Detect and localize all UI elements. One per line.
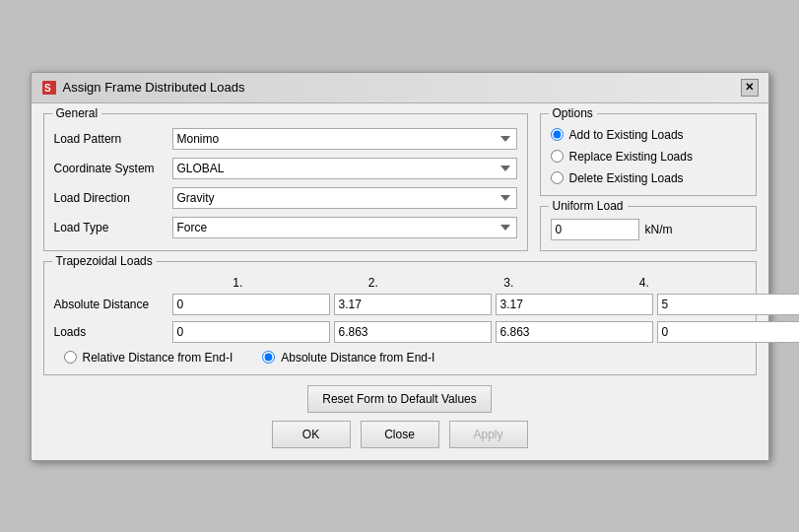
abs-distance-row: Absolute Distance m — [54, 294, 746, 315]
replace-loads-label: Replace Existing Loads — [569, 150, 693, 164]
apply-button[interactable]: Apply — [449, 421, 528, 448]
trap-col-4-header: 4. — [578, 276, 710, 290]
general-group-label: General — [52, 106, 102, 120]
load-type-row: Load Type Force — [54, 217, 517, 238]
top-row: General Load Pattern Monimo Coordinate S… — [43, 113, 757, 251]
bottom-button-row: OK Close Apply — [43, 421, 757, 448]
trap-header-row: 1. 2. 3. 4. — [54, 276, 746, 290]
add-loads-option[interactable]: Add to Existing Loads — [551, 128, 746, 142]
load-type-label: Load Type — [54, 221, 172, 234]
trap-col-2-header: 2. — [307, 276, 439, 290]
trap-grid: 1. 2. 3. 4. Absolute Distance — [54, 276, 746, 365]
options-group: Options Add to Existing Loads Replace Ex… — [540, 113, 757, 196]
absolute-distance-option[interactable]: Absolute Distance from End-I — [262, 351, 434, 365]
distance-mode-row: Relative Distance from End-I Absolute Di… — [54, 351, 746, 365]
add-loads-label: Add to Existing Loads — [569, 128, 684, 142]
loads-row: Loads kN/m — [54, 321, 746, 343]
absolute-distance-label: Absolute Distance from End-I — [281, 351, 434, 365]
abs-distance-inputs: m — [172, 294, 800, 315]
trapezoidal-group: Trapezoidal Loads 1. 2. 3. 4. Absolute D… — [43, 261, 757, 375]
coordinate-system-select[interactable]: GLOBAL — [172, 158, 517, 179]
app-icon: S — [41, 80, 57, 96]
coordinate-system-row: Coordinate System GLOBAL — [54, 158, 517, 179]
abs-distance-3[interactable] — [496, 294, 653, 315]
title-bar-left: S Assign Frame Distributed Loads — [41, 80, 245, 96]
trap-col-1-header: 1. — [172, 276, 304, 290]
reset-row: Reset Form to Default Values — [43, 385, 757, 413]
delete-loads-label: Delete Existing Loads — [569, 171, 684, 185]
delete-loads-option[interactable]: Delete Existing Loads — [551, 171, 746, 185]
title-bar: S Assign Frame Distributed Loads ✕ — [32, 73, 768, 103]
load-direction-select[interactable]: Gravity — [172, 187, 517, 209]
load-1[interactable] — [172, 321, 330, 343]
replace-loads-radio[interactable] — [551, 150, 564, 163]
ok-button[interactable]: OK — [272, 421, 351, 448]
relative-distance-radio[interactable] — [64, 351, 77, 364]
abs-distance-2[interactable] — [334, 294, 492, 315]
load-direction-row: Load Direction Gravity — [54, 187, 517, 209]
trap-col-headers: 1. 2. 3. 4. — [172, 276, 746, 290]
abs-distance-4[interactable] — [657, 294, 800, 315]
reset-button[interactable]: Reset Form to Default Values — [307, 385, 492, 413]
uniform-load-group: Uniform Load kN/m — [540, 206, 757, 251]
dialog-body: General Load Pattern Monimo Coordinate S… — [32, 103, 768, 460]
load-direction-label: Load Direction — [54, 191, 172, 205]
uniform-load-group-label: Uniform Load — [549, 199, 628, 213]
close-button[interactable]: ✕ — [741, 79, 759, 97]
replace-loads-option[interactable]: Replace Existing Loads — [551, 150, 746, 164]
svg-text:S: S — [44, 83, 51, 94]
abs-distance-label: Absolute Distance — [54, 298, 172, 311]
load-4[interactable] — [657, 321, 800, 343]
load-pattern-select[interactable]: Monimo — [172, 128, 517, 150]
uniform-input-area: kN/m — [551, 219, 746, 240]
uniform-load-unit: kN/m — [645, 223, 673, 236]
close-dialog-button[interactable]: Close — [361, 421, 439, 448]
relative-distance-option[interactable]: Relative Distance from End-I — [64, 351, 233, 365]
main-dialog: S Assign Frame Distributed Loads ✕ Gener… — [31, 72, 769, 461]
general-group: General Load Pattern Monimo Coordinate S… — [43, 113, 528, 251]
load-pattern-row: Load Pattern Monimo — [54, 128, 517, 150]
absolute-distance-radio[interactable] — [262, 351, 275, 364]
abs-distance-1[interactable] — [172, 294, 330, 315]
right-panel: Options Add to Existing Loads Replace Ex… — [540, 113, 757, 251]
add-loads-radio[interactable] — [551, 128, 564, 141]
loads-label: Loads — [54, 325, 172, 339]
trapezoidal-group-label: Trapezoidal Loads — [52, 254, 157, 268]
load-3[interactable] — [496, 321, 653, 343]
load-type-select[interactable]: Force — [172, 217, 517, 238]
options-group-label: Options — [549, 106, 597, 120]
dialog-title: Assign Frame Distributed Loads — [63, 80, 245, 95]
uniform-load-input[interactable] — [551, 219, 639, 240]
load-2[interactable] — [334, 321, 492, 343]
delete-loads-radio[interactable] — [551, 171, 564, 184]
load-pattern-label: Load Pattern — [54, 132, 172, 146]
trap-col-3-header: 3. — [443, 276, 575, 290]
coordinate-system-label: Coordinate System — [54, 162, 172, 175]
relative-distance-label: Relative Distance from End-I — [83, 351, 233, 365]
loads-inputs: kN/m — [172, 321, 800, 343]
